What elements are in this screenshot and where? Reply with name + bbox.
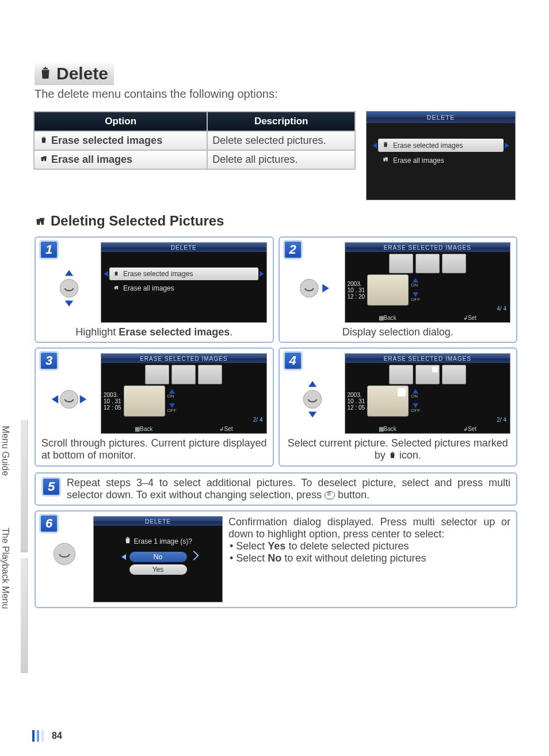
on-off-toggle: ON OFF xyxy=(411,278,420,302)
step-4-caption: Select current picture. Selected picture… xyxy=(285,437,511,462)
step-number-4: 4 xyxy=(283,351,303,371)
page-title: Delete xyxy=(35,63,114,85)
svg-marker-2 xyxy=(64,301,73,307)
svg-point-9 xyxy=(303,390,322,408)
on-off-toggle: ON OFF xyxy=(167,389,177,413)
svg-point-11 xyxy=(54,543,75,564)
set-hint: ↲Set xyxy=(463,426,476,432)
lcd-step-1: DELETE Erase selected images Erase all i… xyxy=(101,242,267,323)
trash-all-icon xyxy=(382,156,390,165)
opt-erase-all-desc: Delete all pictures. xyxy=(207,150,355,169)
step-number-1: 1 xyxy=(39,240,59,259)
lcd-title: DELETE xyxy=(145,518,171,525)
intro-text: The delete menu contains the following o… xyxy=(35,87,517,101)
confirm-no: No xyxy=(129,552,187,562)
on-off-toggle: ON OFF xyxy=(411,389,420,413)
menu-erase-all: Erase all images xyxy=(378,154,504,167)
svg-point-6 xyxy=(60,390,78,408)
lcd-title: ERASE SELECTED IMAGES xyxy=(384,245,471,251)
current-thumb-marked xyxy=(367,385,409,417)
menu-erase-all: Erase all images xyxy=(109,282,258,295)
lcd-preview-top: DELETE Erase selected images Erase all i… xyxy=(366,111,516,200)
counter: 4/ 4 xyxy=(497,306,506,312)
side-tab-playback-menu: The Playback Menu xyxy=(0,522,10,614)
thumb-date: 2003.10 . 3112 : 05 xyxy=(104,392,121,411)
confirm-text: Erase 1 image (s)? xyxy=(94,536,222,546)
step-4: 4 ERASE SELECTED IMAGES 2003.10 . 3112 :… xyxy=(279,348,518,467)
step-3: 3 ERASE SELECTED IMAGES 2003.10 . 3112 :… xyxy=(35,348,274,467)
counter: 2/ 4 xyxy=(253,417,263,423)
set-hint: ↲Set xyxy=(463,315,476,321)
side-tab-menu-guide: Menu Guide xyxy=(0,420,10,482)
step-6-text: Confirmation dialog displayed. Press mul… xyxy=(228,516,510,564)
thumb-date: 2003.10 . 3112 : 05 xyxy=(348,392,365,411)
back-hint: ▦Back xyxy=(379,315,396,321)
th-description: Description xyxy=(207,112,355,131)
confirm-yes: Yes xyxy=(129,564,187,575)
lcd-step-2: ERASE SELECTED IMAGES 2003.10 . 3112 : 2… xyxy=(345,242,511,323)
trash-icon xyxy=(124,536,132,546)
trash-all-icon xyxy=(113,284,120,292)
step-2: 2 ERASE SELECTED IMAGES 2003.10 . 3112 :… xyxy=(279,236,518,343)
trash-all-icon xyxy=(35,215,46,231)
trash-icon xyxy=(38,65,53,85)
lcd-step-4: ERASE SELECTED IMAGES 2003.10 . 3112 : 0… xyxy=(345,353,511,434)
trash-icon xyxy=(388,450,396,462)
opt-erase-selected-desc: Delete selected pictures. xyxy=(207,131,355,150)
trash-selected-icon xyxy=(113,270,120,278)
back-hint: ▦Back xyxy=(135,426,152,432)
step-5-text: Repeat steps 3–4 to select additional pi… xyxy=(67,477,510,501)
step-1: 1 DELETE Erase selected images Erase all… xyxy=(35,236,274,343)
menu-erase-selected: Erase selected images xyxy=(378,139,504,152)
lcd-step-6: DELETE Erase 1 image (s)? No Yes xyxy=(93,516,223,602)
lcd-title: ERASE SELECTED IMAGES xyxy=(384,356,471,362)
lcd-step-3: ERASE SELECTED IMAGES 2003.10 . 3112 : 0… xyxy=(101,353,267,434)
svg-marker-10 xyxy=(308,412,317,418)
menu-erase-selected: Erase selected images xyxy=(109,268,258,280)
step-number-6: 6 xyxy=(39,514,59,533)
svg-point-3 xyxy=(300,279,318,297)
set-hint: ↲Set xyxy=(219,426,232,432)
svg-marker-5 xyxy=(51,395,58,403)
lcd-title: DELETE xyxy=(171,245,197,251)
thumb-date: 2003.10 . 3112 : 20 xyxy=(348,281,365,300)
svg-marker-0 xyxy=(64,270,73,276)
trash-selected-icon xyxy=(382,141,390,150)
opt-erase-selected: Erase selected images xyxy=(34,131,207,150)
side-accent-2 xyxy=(21,558,28,673)
step-3-caption: Scroll through pictures. Current picture… xyxy=(41,437,267,461)
counter: 2/ 4 xyxy=(497,417,506,423)
current-thumb xyxy=(367,274,409,306)
options-table: Option Description Erase selected images… xyxy=(33,111,356,170)
step-number-3: 3 xyxy=(39,351,59,371)
section-heading: Deleting Selected Pictures xyxy=(35,213,517,231)
step-6: 6 DELETE Erase 1 image (s)? No Yes Confi… xyxy=(35,510,517,608)
svg-marker-8 xyxy=(308,381,317,387)
step-number-5: 5 xyxy=(41,477,61,497)
step-2-caption: Display selection dialog. xyxy=(285,326,511,338)
trash-selected-icon xyxy=(39,135,48,143)
menu-button-icon xyxy=(325,491,335,499)
page-title-text: Delete xyxy=(56,64,108,83)
lcd-title: ERASE SELECTED IMAGES xyxy=(140,356,227,362)
step-1-caption: Highlight Erase selected images. xyxy=(41,326,267,338)
lcd-title-delete: DELETE xyxy=(427,114,455,121)
back-hint: ▦Back xyxy=(379,426,396,432)
step-number-2: 2 xyxy=(283,240,303,259)
th-option: Option xyxy=(34,112,207,131)
opt-erase-all: Erase all images xyxy=(34,150,207,169)
side-accent-1 xyxy=(21,420,28,552)
trash-all-icon xyxy=(39,154,48,162)
svg-marker-4 xyxy=(322,284,329,292)
current-thumb xyxy=(124,385,165,417)
svg-marker-7 xyxy=(79,395,86,403)
page-number: 84 xyxy=(32,730,62,742)
svg-point-1 xyxy=(60,279,78,297)
step-5: 5 Repeat steps 3–4 to select additional … xyxy=(35,472,517,506)
